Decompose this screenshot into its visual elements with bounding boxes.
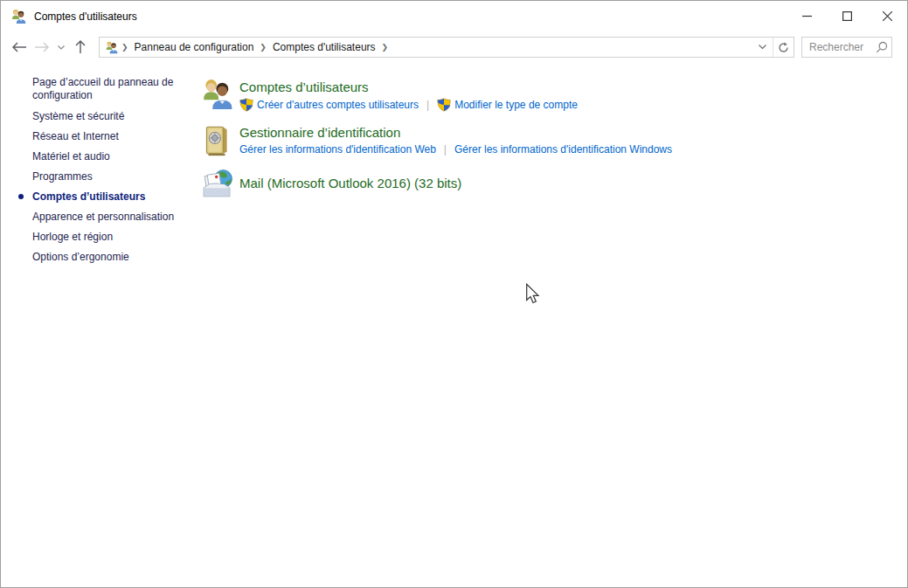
task-separator: | [444, 143, 447, 156]
section-mail: Mail (Microsoft Outlook 2016) (32 bits) [200, 168, 672, 201]
sidebar-item-home[interactable]: Page d’accueil du panneau de configurati… [32, 76, 197, 102]
window-controls [787, 1, 907, 31]
section-credential-manager: Gestionnaire d’identification Gérer les … [200, 123, 672, 156]
sidebar-item-system-security[interactable]: Système et sécurité [32, 110, 197, 123]
windows-credentials-link[interactable]: Gérer les informations d'identification … [454, 143, 672, 156]
maximize-button[interactable] [827, 1, 867, 31]
breadcrumb-user-accounts[interactable]: Comptes d'utilisateurs [269, 41, 379, 53]
close-button[interactable] [867, 1, 907, 31]
window-title: Comptes d'utilisateurs [34, 10, 137, 23]
sidebar-item-network-internet[interactable]: Réseau et Internet [32, 130, 197, 143]
sidebar: Page d’accueil du panneau de configurati… [32, 76, 197, 271]
mail-title-link[interactable]: Mail (Microsoft Outlook 2016) (32 bits) [239, 175, 461, 192]
forward-button[interactable] [31, 36, 53, 59]
credential-manager-icon[interactable] [200, 123, 233, 156]
control-panel-icon [104, 41, 119, 54]
uac-shield-icon [437, 98, 451, 112]
search-input[interactable] [809, 41, 876, 53]
search-box [801, 37, 892, 58]
sidebar-item-programs[interactable]: Programmes [32, 170, 197, 183]
user-accounts-app-icon [10, 9, 27, 24]
task-separator: | [426, 99, 429, 111]
sidebar-item-user-accounts[interactable]: Comptes d’utilisateurs [32, 190, 197, 204]
control-panel-window: { "window": { "title": "Comptes d'utilis… [0, 0, 908, 588]
breadcrumb-chevron-icon: ❯ [119, 43, 131, 52]
up-button[interactable] [69, 36, 92, 59]
web-credentials-link[interactable]: Gérer les informations d'identification … [239, 143, 436, 156]
mail-icon[interactable] [200, 168, 233, 201]
change-account-type-link[interactable]: Modifier le type de compte [437, 98, 578, 112]
sidebar-item-clock-region[interactable]: Horloge et région [32, 231, 197, 244]
breadcrumb-control-panel[interactable]: Panneau de configuration [131, 41, 258, 53]
sidebar-item-appearance[interactable]: Apparence et personnalisation [32, 211, 197, 224]
search-icon[interactable] [876, 41, 888, 53]
mouse-cursor [524, 283, 540, 304]
back-button[interactable] [8, 36, 31, 59]
current-page-bullet-icon [18, 194, 24, 199]
breadcrumb-chevron-icon: ❯ [257, 43, 269, 52]
uac-shield-icon [239, 98, 253, 112]
address-dropdown-button[interactable] [752, 38, 773, 57]
breadcrumb-chevron-icon: ❯ [379, 43, 392, 52]
user-accounts-title-link[interactable]: Comptes d’utilisateurs [239, 79, 369, 96]
section-user-accounts: Comptes d’utilisateurs Créer d'autres co… [200, 78, 672, 112]
titlebar: Comptes d'utilisateurs [1, 1, 907, 32]
recent-pages-dropdown[interactable] [53, 36, 69, 59]
user-accounts-icon[interactable] [200, 78, 233, 111]
address-bar-controls [752, 38, 794, 57]
create-other-accounts-link[interactable]: Créer d'autres comptes utilisateurs [239, 98, 419, 112]
sidebar-item-ease-of-access[interactable]: Options d’ergonomie [32, 251, 197, 264]
user-accounts-tasks: Créer d'autres comptes utilisateurs | Mo… [239, 98, 578, 112]
navigation-bar: ❯ Panneau de configuration ❯ Comptes d'u… [1, 32, 907, 62]
refresh-button[interactable] [773, 38, 794, 57]
sidebar-item-hardware-sound[interactable]: Matériel et audio [32, 150, 197, 163]
credential-manager-tasks: Gérer les informations d'identification … [239, 143, 672, 156]
credential-manager-title-link[interactable]: Gestionnaire d’identification [239, 124, 400, 142]
minimize-button[interactable] [787, 1, 827, 31]
address-bar[interactable]: ❯ Panneau de configuration ❯ Comptes d'u… [99, 37, 794, 58]
main-content: Comptes d’utilisateurs Créer d'autres co… [200, 78, 672, 212]
